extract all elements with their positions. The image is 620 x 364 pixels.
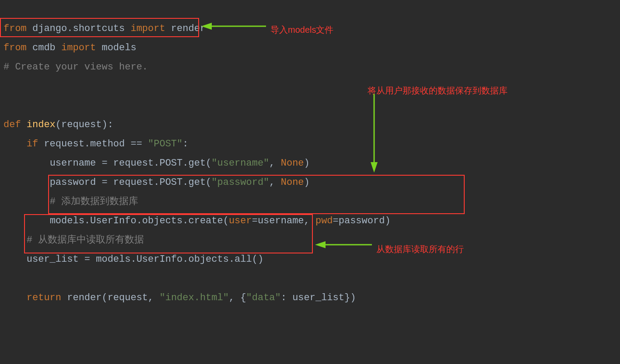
line-5: def index(request):	[4, 119, 113, 130]
line-12: user_list = models.UserInfo.objects.all(…	[4, 254, 263, 265]
line-7: username = request.POST.get("username", …	[4, 158, 310, 169]
annotation-import: 导入models文件	[270, 20, 333, 39]
annotation-read: 从数据库读取所有的行	[376, 239, 464, 259]
highlight-box-create	[48, 175, 465, 214]
annotation-save: 将从用户那接收的数据保存到数据库	[368, 81, 508, 100]
highlight-box-import	[0, 18, 199, 37]
code-block: from django.shortcuts import render from…	[4, 0, 391, 308]
line-6: if request.method == "POST":	[4, 139, 188, 149]
code-editor[interactable]: from django.shortcuts import render from…	[0, 0, 620, 364]
line-2: from cmdb import models	[4, 42, 137, 53]
line-14: return render(request, "index.html", {"d…	[4, 292, 356, 303]
line-3: # Create your views here.	[4, 62, 148, 73]
highlight-box-readall	[24, 214, 313, 253]
